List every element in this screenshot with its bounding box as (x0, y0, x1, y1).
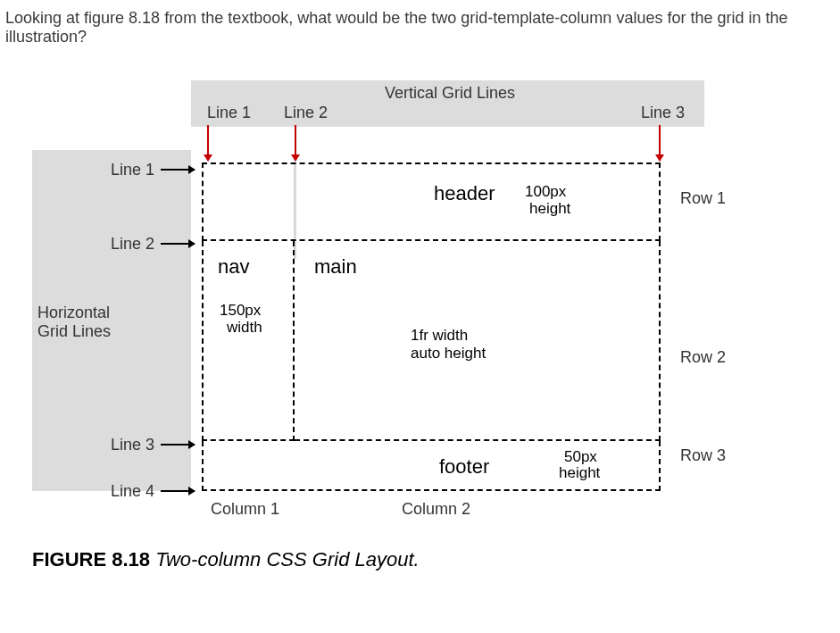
v-line-1-label: Line 1 (207, 104, 251, 122)
row-3-label: Row 3 (680, 446, 726, 465)
arrow-right-icon (161, 243, 195, 245)
grid-diagram: header 100px height nav 150px width main… (202, 162, 661, 491)
main-dim-2: auto height (411, 345, 486, 362)
v-line-2-label: Line 2 (284, 104, 328, 122)
main-label: main (314, 255, 357, 279)
arrow-down-icon (659, 125, 661, 161)
h-line-3-label: Line 3 (111, 436, 154, 454)
horizontal-grid-lines-title: Horizontal Grid Lines (37, 304, 111, 341)
header-label: header (434, 182, 495, 205)
arrow-right-icon (161, 490, 195, 492)
caption-number: FIGURE 8.18 (32, 548, 150, 571)
figure-8-18: Horizontal Grid Lines Line 1 Line 2 Line… (32, 80, 809, 616)
row-2-label: Row 2 (680, 348, 726, 367)
column-2-label: Column 2 (402, 500, 470, 519)
caption-text: Two-column CSS Grid Layout. (155, 548, 419, 571)
nav-label: nav (218, 255, 249, 279)
h-line-4-label: Line 4 (111, 482, 154, 501)
column-1-label: Column 1 (211, 500, 279, 519)
arrow-down-icon (207, 125, 209, 161)
vertical-grid-lines-title: Vertical Grid Lines (385, 84, 515, 103)
footer-dim-1: 50px (564, 448, 597, 466)
nav-dim-2: width (227, 319, 262, 337)
question-text: Looking at figure 8.18 from the textbook… (0, 0, 840, 46)
figure-caption: FIGURE 8.18 Two-column CSS Grid Layout. (32, 548, 420, 571)
arrow-right-icon (161, 169, 195, 171)
nav-dim-1: 150px (220, 302, 261, 320)
arrow-down-icon (295, 125, 296, 161)
header-dim-1: 100px (525, 183, 566, 201)
h-line-2-label: Line 2 (111, 235, 154, 254)
row-1-label: Row 1 (680, 189, 726, 208)
v-line-3-label: Line 3 (641, 104, 685, 122)
cell-header (202, 162, 661, 241)
main-dim-1: 1fr width (411, 327, 468, 345)
arrow-right-icon (161, 444, 195, 446)
footer-dim-2: height (559, 464, 600, 482)
header-dim-2: height (529, 200, 570, 218)
h-line-1-label: Line 1 (111, 161, 154, 179)
footer-label: footer (439, 455, 489, 479)
